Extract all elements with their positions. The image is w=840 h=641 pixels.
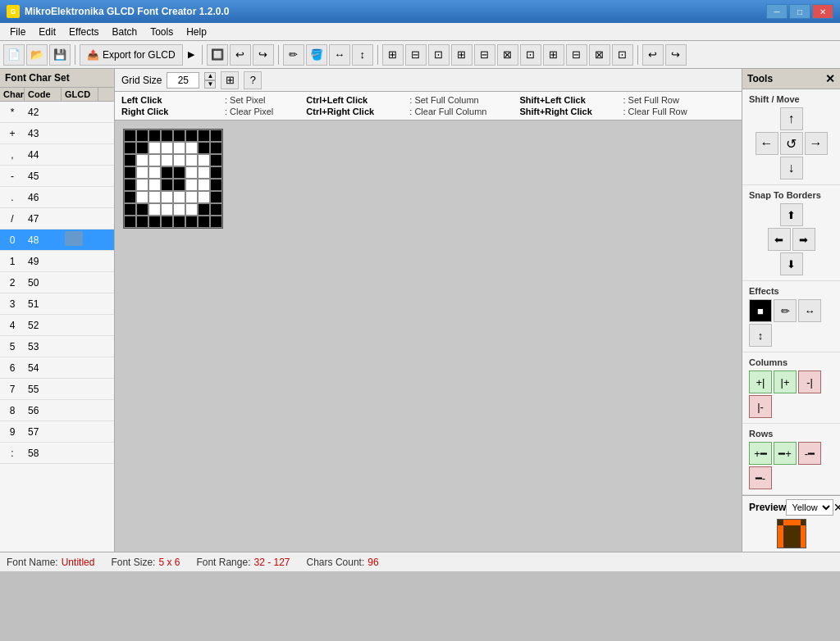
- snap-left-button[interactable]: ⬅: [768, 228, 791, 251]
- font-row[interactable]: 452: [0, 315, 114, 336]
- pixel-cell[interactable]: [210, 216, 222, 228]
- menu-tools[interactable]: Tools: [144, 23, 180, 40]
- pixel-cell[interactable]: [148, 203, 161, 216]
- pixel-cell[interactable]: [148, 179, 161, 191]
- pixel-cell[interactable]: [173, 179, 185, 191]
- snap-top-button[interactable]: ⬆: [780, 203, 803, 226]
- close-button[interactable]: ✕: [812, 4, 833, 19]
- col-add-right[interactable]: |+: [774, 371, 797, 393]
- pixel-cell[interactable]: [198, 203, 210, 216]
- preview-color-select[interactable]: YellowGreenBlueWhite: [786, 499, 833, 516]
- pixel-cell[interactable]: [136, 130, 148, 142]
- font-row[interactable]: 553: [0, 336, 114, 357]
- menu-batch[interactable]: Batch: [106, 23, 144, 40]
- pixel-cell[interactable]: [136, 216, 148, 228]
- pixel-cell[interactable]: [148, 154, 161, 166]
- pixel-cell[interactable]: [173, 191, 185, 203]
- row-add-bottom[interactable]: ━+: [774, 442, 797, 465]
- font-row[interactable]: ,44: [0, 144, 114, 166]
- pixel-cell[interactable]: [173, 203, 185, 216]
- snap-right-button[interactable]: ➡: [792, 228, 815, 251]
- pixel-cell[interactable]: [148, 191, 161, 203]
- pixel-cell[interactable]: [198, 191, 210, 203]
- pixel-cell[interactable]: [185, 216, 198, 228]
- font-row[interactable]: 351: [0, 293, 114, 315]
- tool-mirror-h[interactable]: ↔: [329, 44, 350, 66]
- menu-file[interactable]: File: [3, 23, 32, 40]
- pixel-cell[interactable]: [161, 154, 173, 166]
- grid-size-up[interactable]: ▲: [204, 72, 216, 80]
- font-row[interactable]: *42: [0, 102, 114, 123]
- font-row[interactable]: 250: [0, 272, 114, 293]
- font-row[interactable]: 654: [0, 357, 114, 379]
- pixel-cell[interactable]: [210, 179, 222, 191]
- pixel-cell[interactable]: [148, 142, 161, 154]
- row-add-top[interactable]: +━: [749, 442, 772, 465]
- tool-12[interactable]: ⊞: [543, 44, 564, 66]
- pixel-cell[interactable]: [185, 203, 198, 216]
- pixel-cell[interactable]: [136, 142, 148, 154]
- pixel-cell[interactable]: [161, 203, 173, 216]
- col-add-left[interactable]: +|: [749, 371, 772, 393]
- tool-11[interactable]: ⊡: [520, 44, 541, 66]
- font-row[interactable]: 957: [0, 421, 114, 443]
- font-row[interactable]: 048: [0, 230, 114, 251]
- tool-pencil[interactable]: ✏: [283, 44, 304, 66]
- pixel-cell[interactable]: [185, 154, 198, 166]
- preview-close-button[interactable]: ✕: [833, 501, 840, 514]
- pixel-cell[interactable]: [124, 179, 136, 191]
- export-glcd-button[interactable]: 📤 Export for GLCD: [80, 44, 183, 66]
- save-button[interactable]: 💾: [49, 44, 71, 66]
- pixel-cell[interactable]: [198, 216, 210, 228]
- pixel-cell[interactable]: [173, 130, 185, 142]
- pixel-cell[interactable]: [136, 179, 148, 191]
- font-row[interactable]: 856: [0, 400, 114, 421]
- help-button[interactable]: ?: [244, 71, 262, 89]
- pixel-cell[interactable]: [124, 142, 136, 154]
- pixel-cell[interactable]: [148, 166, 161, 179]
- pixel-cell[interactable]: [136, 203, 148, 216]
- grid-size-input[interactable]: [167, 72, 199, 89]
- effect-mirror-v[interactable]: ↕: [749, 324, 772, 347]
- pixel-cell[interactable]: [136, 166, 148, 179]
- pixel-cell[interactable]: [210, 191, 222, 203]
- menu-effects[interactable]: Effects: [62, 23, 105, 40]
- font-row[interactable]: +43: [0, 123, 114, 144]
- pixel-grid[interactable]: [123, 129, 223, 229]
- pixel-cell[interactable]: [210, 154, 222, 166]
- pixel-cell[interactable]: [161, 130, 173, 142]
- pixel-cell[interactable]: [124, 166, 136, 179]
- new-button[interactable]: 📄: [3, 44, 25, 66]
- col-rem-left[interactable]: -|: [798, 371, 821, 393]
- pixel-cell[interactable]: [173, 166, 185, 179]
- pixel-cell[interactable]: [124, 130, 136, 142]
- tool-9[interactable]: ⊟: [474, 44, 495, 66]
- row-rem-bottom[interactable]: ━-: [749, 466, 772, 489]
- pixel-cell[interactable]: [173, 154, 185, 166]
- font-row[interactable]: 149: [0, 251, 114, 272]
- tool-fill[interactable]: 🪣: [306, 44, 327, 66]
- shift-down-button[interactable]: ↓: [780, 157, 803, 180]
- pixel-cell[interactable]: [198, 166, 210, 179]
- pixel-cell[interactable]: [185, 191, 198, 203]
- tool-redo2[interactable]: ↪: [665, 44, 687, 66]
- shift-up-button[interactable]: ↑: [780, 107, 803, 130]
- tool-7[interactable]: ⊡: [428, 44, 450, 66]
- snap-bottom-button[interactable]: ⬇: [780, 252, 803, 275]
- tools-close-button[interactable]: ✕: [825, 72, 835, 85]
- effect-mirror-h[interactable]: ↔: [798, 299, 821, 322]
- rotate-button[interactable]: ↺: [780, 132, 803, 155]
- font-row[interactable]: :58: [0, 443, 114, 464]
- tool-15[interactable]: ⊡: [612, 44, 633, 66]
- tool-1[interactable]: 🔲: [207, 44, 228, 66]
- pixel-cell[interactable]: [136, 154, 148, 166]
- effect-draw[interactable]: ✏: [774, 299, 797, 322]
- col-rem-right[interactable]: |-: [749, 395, 772, 418]
- pixel-cell[interactable]: [161, 216, 173, 228]
- pixel-cell[interactable]: [210, 166, 222, 179]
- pixel-cell[interactable]: [185, 179, 198, 191]
- font-row[interactable]: -45: [0, 166, 114, 187]
- pixel-cell[interactable]: [148, 130, 161, 142]
- pixel-cell[interactable]: [161, 142, 173, 154]
- pixel-cell[interactable]: [210, 142, 222, 154]
